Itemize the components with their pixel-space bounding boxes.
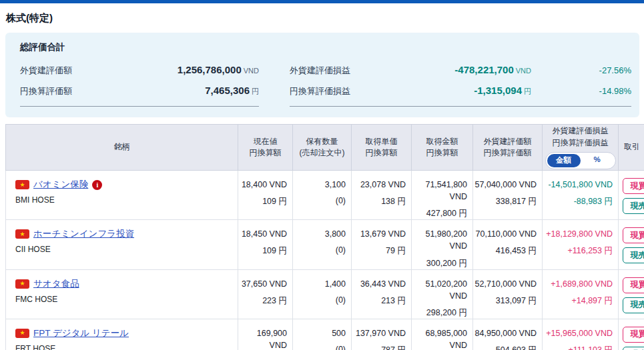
cost-cell: 51,020,200 VND298,200 円 [412,269,473,319]
summary-label: 円換算評価額 [20,85,72,97]
trade-cell: 現買 現売 [619,171,644,220]
stock-name-link[interactable]: サオタ食品 [33,278,79,290]
trade-cell: 現買 現売 [619,269,644,319]
holdings-table-container: 銘柄 現在値 円換算額 保有数量 (売却注文中) 取得単価 円換算額 取得金額 … [5,124,644,350]
holdings-table: 銘柄 現在値 円換算額 保有数量 (売却注文中) 取得単価 円換算額 取得金額 … [5,124,644,350]
col-header-quantity: 保有数量 (売却注文中) [293,125,352,171]
stock-name-link[interactable]: FPT デジタル リテール [33,327,129,339]
page-title: 株式(特定) [6,12,644,25]
currency-unit: 円 [524,87,531,95]
holding-row-fmc: ★ サオタ食品 FMC HOSE 37,650 VND223 円 1,400(0… [6,269,644,319]
summary-percent: -14.98% [531,86,631,96]
col-header-unit-price: 取得単価 円換算額 [352,125,412,171]
summary-row-jpy-valuation: 円換算評価額 7,465,306円 [20,85,259,97]
quantity-cell: 3,800(0) [293,220,352,269]
sell-button[interactable]: 現売 [623,297,644,313]
table-header-row: 銘柄 現在値 円換算額 保有数量 (売却注文中) 取得単価 円換算額 取得金額 … [6,125,644,171]
ticker-exchange: BMI HOSE [15,195,232,205]
sell-button[interactable]: 現売 [623,347,644,350]
buy-button[interactable]: 現買 [623,327,644,343]
summary-value: -478,221,700VND [350,64,531,75]
summary-label: 円換算評価損益 [290,85,350,97]
pl-cell: +15,965,000 VND+111,103 円 [543,319,619,350]
summary-value: -1,315,094円 [350,85,531,97]
summary-row-jpy-pl: 円換算評価損益 -1,315,094円 -14.98% [290,85,631,97]
quantity-cell: 1,400(0) [293,269,352,319]
valuation-cell: 52,710,000 VND313,097 円 [473,269,543,319]
col-header-cost: 取得金額 円換算額 [412,125,473,171]
holding-row-cii: ★ ホーチミンインフラ投資 CII HOSE 18,450 VND109 円 3… [6,220,644,269]
stock-name-cell: ★ FPT デジタル リテール FRT HOSE [6,319,238,350]
summary-row-foreign-valuation: 外貨建評価額 1,256,786,000VND [20,64,259,77]
summary-row-foreign-pl: 外貨建評価損益 -478,221,700VND -27.56% [290,64,631,77]
trade-cell: 現買 現売 [619,220,644,269]
valuation-cell: 57,040,000 VND338,817 円 [473,171,543,220]
total-valuation-summary: 総評価合計 外貨建評価額 1,256,786,000VND 円換算評価額 7,4… [5,33,639,117]
cost-cell: 68,985,000 VND393,500 円 [412,319,473,350]
summary-label: 外貨建評価額 [20,65,72,77]
currency-unit: VND [244,67,259,75]
col-header-pl: 外貨建評価損益 円換算評価損益 金額 % [543,125,619,171]
summary-value: 7,465,306円 [72,85,259,97]
ticker-exchange: FRT HOSE [15,344,232,350]
cost-cell: 51,980,200 VND300,200 円 [412,220,473,269]
info-icon[interactable]: i [92,180,102,190]
current-price-cell: 169,900 VND1,009 円 [238,319,293,350]
summary-pl-pane: 外貨建評価損益 -478,221,700VND -27.56% 円換算評価損益 … [290,56,631,107]
summary-percent: -27.56% [531,65,631,75]
vietnam-flag-icon: ★ [15,329,29,338]
col-header-name: 銘柄 [6,125,238,171]
buy-button[interactable]: 現買 [623,178,644,194]
unit-price-cell: 23,078 VND138 円 [352,171,412,220]
vietnam-flag-icon: ★ [15,279,29,289]
unit-price-cell: 137,970 VND787 円 [352,319,412,350]
vietnam-flag-icon: ★ [15,180,29,189]
summary-value: 1,256,786,000VND [72,64,259,75]
trade-cell: 現買 現売 [619,319,644,350]
holding-row-frt: ★ FPT デジタル リテール FRT HOSE 169,900 VND1,00… [6,319,644,350]
holding-row-bmi: ★ バオミン保険 i BMI HOSE 18,400 VND109 円 3,10… [6,171,644,220]
col-header-valuation: 外貨建評価額 円換算評価額 [473,125,543,171]
buy-button[interactable]: 現買 [623,227,644,243]
current-price-cell: 18,400 VND109 円 [238,171,293,220]
toggle-amount-option[interactable]: 金額 [547,154,581,167]
summary-title: 総評価合計 [20,41,631,53]
top-accent-bar [0,0,644,3]
col-header-current-price: 現在値 円換算額 [238,125,293,171]
ticker-exchange: FMC HOSE [15,295,232,304]
sell-button[interactable]: 現売 [623,247,644,263]
stock-name-link[interactable]: ホーチミンインフラ投資 [33,228,134,240]
pl-cell: +1,689,800 VND+14,897 円 [543,269,619,319]
currency-unit: 円 [252,87,259,95]
summary-label: 外貨建評価損益 [290,65,350,77]
cost-cell: 71,541,800 VND427,800 円 [412,171,473,220]
summary-valuation-pane: 外貨建評価額 1,256,786,000VND 円換算評価額 7,465,306… [20,56,259,107]
quantity-cell: 500(0) [293,319,352,350]
toggle-percent-option[interactable]: % [581,154,614,167]
current-price-cell: 37,650 VND223 円 [238,269,293,319]
ticker-exchange: CII HOSE [15,245,232,254]
quantity-cell: 3,100(0) [293,171,352,220]
currency-unit: VND [516,67,531,75]
stock-name-cell: ★ ホーチミンインフラ投資 CII HOSE [6,220,238,269]
col-header-trade: 取引 [619,125,644,171]
vietnam-flag-icon: ★ [15,229,29,239]
valuation-cell: 70,110,000 VND416,453 円 [473,220,543,269]
stock-name-cell: ★ バオミン保険 i BMI HOSE [6,171,238,220]
current-price-cell: 18,450 VND109 円 [238,220,293,269]
pl-cell: +18,129,800 VND+116,253 円 [543,220,619,269]
pl-cell: -14,501,800 VND-88,983 円 [543,171,619,220]
valuation-cell: 84,950,000 VND504,603 円 [473,319,543,350]
sell-button[interactable]: 現売 [623,198,644,214]
pl-display-toggle[interactable]: 金額 % [545,152,616,169]
stock-name-cell: ★ サオタ食品 FMC HOSE [6,269,238,319]
buy-button[interactable]: 現買 [623,277,644,293]
stock-name-link[interactable]: バオミン保険 [33,179,88,191]
unit-price-cell: 36,443 VND213 円 [352,269,412,319]
unit-price-cell: 13,679 VND79 円 [352,220,412,269]
